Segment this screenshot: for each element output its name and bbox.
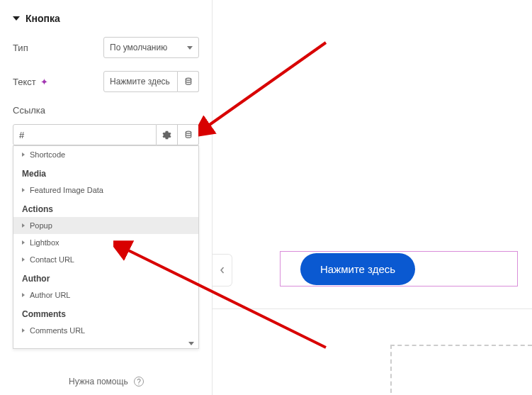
section-header-button[interactable]: Кнопка [13, 13, 199, 24]
link-label: Ссылка [13, 105, 199, 116]
help-text: Нужна помощь [69, 377, 128, 386]
dropdown-item-label: Lightbox [30, 238, 60, 247]
help-link[interactable]: Нужна помощь ? [0, 377, 213, 386]
database-icon [184, 77, 193, 86]
text-value: Нажмите здесь [110, 77, 170, 87]
dropdown-heading: Comments [13, 304, 198, 322]
type-value: По умолчанию [110, 43, 167, 52]
canvas-divider [213, 308, 532, 309]
dropdown-footer [13, 339, 198, 348]
dropdown-item[interactable]: Shortcode [13, 146, 198, 163]
dropdown-item[interactable]: Popup [13, 217, 198, 234]
caret-right-icon [22, 293, 25, 297]
text-label-text: Текст [13, 77, 36, 87]
canvas [213, 0, 532, 395]
canvas-button-label: Нажмите здесь [320, 263, 395, 275]
dropdown-item-label: Popup [30, 221, 52, 230]
caret-down-icon [187, 46, 193, 50]
database-icon [184, 130, 193, 139]
dropdown-item[interactable]: Comments URL [13, 322, 198, 339]
text-label: Текст ✦ [13, 77, 103, 87]
dropdown-heading: Media [13, 163, 198, 182]
caret-down-icon [188, 342, 194, 345]
dropdown-heading: Actions [13, 199, 198, 217]
section-title: Кнопка [26, 13, 60, 24]
type-select[interactable]: По умолчанию [103, 37, 199, 58]
caret-right-icon [22, 152, 25, 157]
caret-right-icon [22, 328, 25, 333]
link-dynamic-button[interactable] [178, 124, 199, 145]
gear-icon [162, 130, 171, 140]
field-text: Текст ✦ Нажмите здесь [13, 71, 199, 92]
ai-sparkle-icon[interactable]: ✦ [40, 77, 48, 87]
type-label: Тип [13, 43, 103, 53]
dropdown-item[interactable]: Featured Image Data [13, 182, 198, 199]
dynamic-tags-button[interactable] [178, 71, 199, 92]
caret-right-icon [22, 188, 25, 192]
caret-down-icon [13, 16, 20, 21]
svg-point-0 [186, 78, 191, 80]
dropdown-item[interactable]: Author URL [13, 286, 198, 304]
chevron-left-icon [220, 267, 225, 274]
field-link: # [13, 124, 199, 145]
dropdown-item-label: Shortcode [30, 150, 65, 159]
empty-column-placeholder[interactable] [390, 345, 532, 393]
dropdown-item[interactable]: Contact URL [13, 251, 198, 268]
dropdown-item-label: Contact URL [30, 255, 74, 264]
settings-panel: Кнопка Тип По умолчанию Текст ✦ Нажмите … [0, 0, 213, 395]
question-icon: ? [134, 377, 144, 386]
text-input[interactable]: Нажмите здесь [103, 71, 178, 92]
canvas-button[interactable]: Нажмите здесь [300, 253, 415, 285]
dropdown-heading: Author [13, 268, 198, 286]
panel-collapse-handle[interactable] [213, 254, 232, 286]
caret-right-icon [22, 223, 25, 228]
dropdown-item-label: Featured Image Data [30, 186, 103, 194]
caret-right-icon [22, 240, 25, 245]
dropdown-item[interactable]: Lightbox [13, 234, 198, 251]
link-settings-button[interactable] [157, 124, 178, 145]
svg-point-1 [186, 131, 191, 133]
caret-right-icon [22, 257, 25, 262]
link-input[interactable]: # [13, 124, 157, 145]
dropdown-item-label: Comments URL [30, 326, 85, 335]
field-type: Тип По умолчанию [13, 37, 199, 58]
dropdown-scroll[interactable]: ShortcodeMediaFeatured Image DataActions… [13, 146, 198, 339]
dynamic-tags-dropdown: ShortcodeMediaFeatured Image DataActions… [13, 145, 199, 349]
button-widget-frame[interactable]: Нажмите здесь [280, 251, 518, 286]
link-value: # [19, 130, 24, 140]
dropdown-item-label: Author URL [30, 291, 70, 299]
